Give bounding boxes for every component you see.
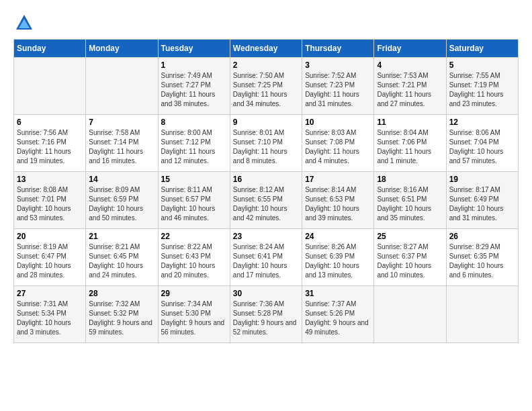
day-cell: 6 Sunrise: 7:56 AMSunset: 7:16 PMDayligh… — [14, 115, 86, 172]
day-number: 25 — [377, 232, 443, 241]
day-number: 24 — [305, 232, 371, 241]
day-info: Sunrise: 8:17 AMSunset: 6:49 PMDaylight:… — [449, 185, 515, 223]
day-number: 8 — [161, 118, 227, 127]
calendar-header-row: SundayMondayTuesdayWednesdayThursdayFrid… — [14, 40, 519, 58]
day-cell: 5 Sunrise: 7:55 AMSunset: 7:19 PMDayligh… — [446, 58, 518, 115]
day-info: Sunrise: 8:11 AMSunset: 6:57 PMDaylight:… — [161, 185, 227, 223]
day-cell — [374, 286, 446, 343]
day-cell: 21 Sunrise: 8:21 AMSunset: 6:45 PMDaylig… — [86, 229, 158, 286]
day-cell: 17 Sunrise: 8:14 AMSunset: 6:53 PMDaylig… — [302, 172, 374, 229]
day-cell: 24 Sunrise: 8:26 AMSunset: 6:39 PMDaylig… — [302, 229, 374, 286]
day-cell: 23 Sunrise: 8:24 AMSunset: 6:41 PMDaylig… — [230, 229, 302, 286]
day-cell: 22 Sunrise: 8:22 AMSunset: 6:43 PMDaylig… — [158, 229, 230, 286]
day-number: 21 — [89, 232, 154, 241]
day-info: Sunrise: 8:26 AMSunset: 6:39 PMDaylight:… — [305, 242, 371, 280]
day-info: Sunrise: 8:03 AMSunset: 7:08 PMDaylight:… — [305, 128, 371, 166]
day-info: Sunrise: 7:56 AMSunset: 7:16 PMDaylight:… — [17, 128, 83, 166]
day-cell: 8 Sunrise: 8:00 AMSunset: 7:12 PMDayligh… — [158, 115, 230, 172]
day-cell: 14 Sunrise: 8:09 AMSunset: 6:59 PMDaylig… — [86, 172, 158, 229]
day-number: 16 — [233, 175, 299, 184]
day-cell: 12 Sunrise: 8:06 AMSunset: 7:04 PMDaylig… — [446, 115, 518, 172]
week-row-1: 1 Sunrise: 7:49 AMSunset: 7:27 PMDayligh… — [14, 58, 519, 115]
day-cell: 27 Sunrise: 7:31 AMSunset: 5:34 PMDaylig… — [14, 286, 86, 343]
day-info: Sunrise: 7:49 AMSunset: 7:27 PMDaylight:… — [161, 71, 227, 109]
day-number: 14 — [89, 175, 154, 184]
day-info: Sunrise: 8:06 AMSunset: 7:04 PMDaylight:… — [449, 128, 515, 166]
day-cell: 7 Sunrise: 7:58 AMSunset: 7:14 PMDayligh… — [86, 115, 158, 172]
day-info: Sunrise: 8:01 AMSunset: 7:10 PMDaylight:… — [233, 128, 299, 166]
day-number: 23 — [233, 232, 299, 241]
day-number: 17 — [305, 175, 371, 184]
day-info: Sunrise: 7:34 AMSunset: 5:30 PMDaylight:… — [161, 300, 227, 337]
day-cell: 2 Sunrise: 7:50 AMSunset: 7:25 PMDayligh… — [230, 58, 302, 115]
day-number: 12 — [449, 118, 515, 127]
header-tuesday: Tuesday — [158, 40, 230, 58]
day-cell: 31 Sunrise: 7:37 AMSunset: 5:26 PMDaylig… — [302, 286, 374, 343]
day-cell — [446, 286, 518, 343]
day-info: Sunrise: 7:58 AMSunset: 7:14 PMDaylight:… — [89, 128, 154, 166]
day-number: 11 — [377, 118, 443, 127]
day-number: 31 — [305, 289, 371, 298]
logo-icon — [15, 13, 34, 32]
day-cell: 25 Sunrise: 8:27 AMSunset: 6:37 PMDaylig… — [374, 229, 446, 286]
day-number: 22 — [161, 232, 227, 241]
day-info: Sunrise: 7:31 AMSunset: 5:34 PMDaylight:… — [17, 300, 83, 337]
header-wednesday: Wednesday — [230, 40, 302, 58]
day-number: 29 — [161, 289, 227, 298]
day-cell: 1 Sunrise: 7:49 AMSunset: 7:27 PMDayligh… — [158, 58, 230, 115]
header-sunday: Sunday — [14, 40, 86, 58]
week-row-4: 20 Sunrise: 8:19 AMSunset: 6:47 PMDaylig… — [14, 229, 519, 286]
week-row-3: 13 Sunrise: 8:08 AMSunset: 7:01 PMDaylig… — [14, 172, 519, 229]
day-cell: 16 Sunrise: 8:12 AMSunset: 6:55 PMDaylig… — [230, 172, 302, 229]
day-number: 20 — [17, 232, 83, 241]
day-cell: 13 Sunrise: 8:08 AMSunset: 7:01 PMDaylig… — [14, 172, 86, 229]
day-number: 27 — [17, 289, 83, 298]
day-number: 13 — [17, 175, 83, 184]
day-cell: 26 Sunrise: 8:29 AMSunset: 6:35 PMDaylig… — [446, 229, 518, 286]
day-info: Sunrise: 7:36 AMSunset: 5:28 PMDaylight:… — [233, 300, 299, 337]
day-number: 9 — [233, 118, 299, 127]
day-number: 10 — [305, 118, 371, 127]
day-cell: 30 Sunrise: 7:36 AMSunset: 5:28 PMDaylig… — [230, 286, 302, 343]
day-number: 15 — [161, 175, 227, 184]
day-number: 4 — [377, 60, 443, 70]
day-info: Sunrise: 8:27 AMSunset: 6:37 PMDaylight:… — [377, 242, 443, 280]
day-cell — [86, 58, 158, 115]
day-cell: 4 Sunrise: 7:53 AMSunset: 7:21 PMDayligh… — [374, 58, 446, 115]
day-cell: 28 Sunrise: 7:32 AMSunset: 5:32 PMDaylig… — [86, 286, 158, 343]
day-info: Sunrise: 8:29 AMSunset: 6:35 PMDaylight:… — [449, 242, 515, 280]
day-info: Sunrise: 8:21 AMSunset: 6:45 PMDaylight:… — [89, 242, 154, 280]
day-info: Sunrise: 8:19 AMSunset: 6:47 PMDaylight:… — [17, 242, 83, 280]
day-cell: 11 Sunrise: 8:04 AMSunset: 7:06 PMDaylig… — [374, 115, 446, 172]
day-cell: 20 Sunrise: 8:19 AMSunset: 6:47 PMDaylig… — [14, 229, 86, 286]
day-number: 26 — [449, 232, 515, 241]
day-number: 3 — [305, 60, 371, 70]
day-number: 28 — [89, 289, 154, 298]
day-cell: 19 Sunrise: 8:17 AMSunset: 6:49 PMDaylig… — [446, 172, 518, 229]
day-info: Sunrise: 8:00 AMSunset: 7:12 PMDaylight:… — [161, 128, 227, 166]
day-cell: 29 Sunrise: 7:34 AMSunset: 5:30 PMDaylig… — [158, 286, 230, 343]
day-number: 5 — [449, 60, 515, 70]
day-info: Sunrise: 7:50 AMSunset: 7:25 PMDaylight:… — [233, 71, 299, 109]
logo — [13, 13, 35, 32]
day-info: Sunrise: 8:22 AMSunset: 6:43 PMDaylight:… — [161, 242, 227, 280]
week-row-2: 6 Sunrise: 7:56 AMSunset: 7:16 PMDayligh… — [14, 115, 519, 172]
day-cell: 10 Sunrise: 8:03 AMSunset: 7:08 PMDaylig… — [302, 115, 374, 172]
day-number: 7 — [89, 118, 154, 127]
header-monday: Monday — [86, 40, 158, 58]
page-header — [13, 13, 519, 32]
day-number: 30 — [233, 289, 299, 298]
day-info: Sunrise: 8:16 AMSunset: 6:51 PMDaylight:… — [377, 185, 443, 223]
day-info: Sunrise: 7:32 AMSunset: 5:32 PMDaylight:… — [89, 300, 154, 337]
day-cell: 9 Sunrise: 8:01 AMSunset: 7:10 PMDayligh… — [230, 115, 302, 172]
header-thursday: Thursday — [302, 40, 374, 58]
day-info: Sunrise: 8:24 AMSunset: 6:41 PMDaylight:… — [233, 242, 299, 280]
day-number: 1 — [161, 60, 227, 70]
day-info: Sunrise: 7:52 AMSunset: 7:23 PMDaylight:… — [305, 71, 371, 109]
day-info: Sunrise: 7:53 AMSunset: 7:21 PMDaylight:… — [377, 71, 443, 109]
day-info: Sunrise: 8:08 AMSunset: 7:01 PMDaylight:… — [17, 185, 83, 223]
week-row-5: 27 Sunrise: 7:31 AMSunset: 5:34 PMDaylig… — [14, 286, 519, 343]
day-cell: 3 Sunrise: 7:52 AMSunset: 7:23 PMDayligh… — [302, 58, 374, 115]
day-info: Sunrise: 8:09 AMSunset: 6:59 PMDaylight:… — [89, 185, 154, 223]
day-cell: 18 Sunrise: 8:16 AMSunset: 6:51 PMDaylig… — [374, 172, 446, 229]
